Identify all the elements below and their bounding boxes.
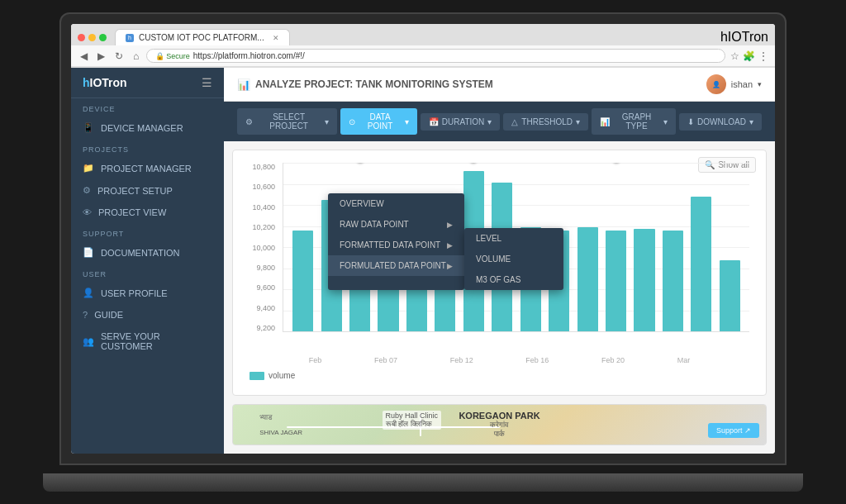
hamburger-icon[interactable]: ☰ xyxy=(202,76,212,89)
chart-container: OVERVIEW RAW DATA POINT ▶ FORMATTED DATA… xyxy=(232,150,767,396)
y-axis-labels: 10,80010,60010,40010,20010,0009,8009,600… xyxy=(241,163,278,332)
sidebar-item-device-manager[interactable]: 📱 DEVICE MANAGER xyxy=(71,116,224,139)
data-point-button[interactable]: ⊙ DATA POINT ▾ xyxy=(340,108,417,135)
dot-green[interactable] xyxy=(99,34,107,41)
data-point-arrow: ▾ xyxy=(405,117,409,126)
bar xyxy=(663,231,683,331)
duration-label: DURATION xyxy=(442,117,484,126)
duration-button[interactable]: 📅 DURATION ▾ xyxy=(421,113,500,131)
sidebar-device-manager-label: DEVICE MANAGER xyxy=(101,123,183,133)
download-label: DOWNLOAD xyxy=(697,117,746,126)
threshold-label: THRESHOLD xyxy=(521,117,573,126)
dropdown-item-formatted[interactable]: FORMATTED DATA POINT ▶ xyxy=(328,235,464,255)
support-label: Support xyxy=(716,426,743,435)
sidebar-item-project-view[interactable]: 👁 PROJECT VIEW xyxy=(71,202,224,223)
url-box[interactable]: 🔒 Secure https://platform.hiotron.com/#!… xyxy=(146,49,725,63)
support-button[interactable]: Support ↗ xyxy=(708,423,759,438)
graph-type-button[interactable]: 📊 GRAPH TYPE ▾ xyxy=(592,108,676,135)
map-area-label-left: भ्याड xyxy=(259,413,273,422)
graph-type-label: GRAPH TYPE xyxy=(613,112,660,131)
select-project-icon: ⚙ xyxy=(245,117,253,126)
bookmark-icon[interactable]: ☆ xyxy=(730,50,739,62)
select-project-label: SELECT PROJECT xyxy=(256,112,321,131)
bar xyxy=(634,229,654,331)
dropdown-item-overview[interactable]: OVERVIEW xyxy=(328,193,464,214)
sidebar-item-documentation[interactable]: 📄 DOCUMENTATION xyxy=(71,241,224,264)
sidebar-user-profile-label: USER PROFILE xyxy=(101,288,168,298)
bar-group[interactable] xyxy=(603,163,629,331)
submenu: LEVEL VOLUME M3 OF GAS xyxy=(464,228,563,290)
formatted-arrow: ▶ xyxy=(447,241,453,250)
bar xyxy=(606,231,626,331)
download-button[interactable]: ⬇ DOWNLOAD ▾ xyxy=(679,113,762,131)
date-label: Mar xyxy=(677,356,691,364)
chart-header-icon: 📊 xyxy=(237,78,250,91)
level-label: LEVEL xyxy=(476,234,501,243)
chart-legend: volume xyxy=(241,364,758,387)
sidebar-logo: hIOTron ☰ xyxy=(71,68,224,98)
sidebar-item-project-manager[interactable]: 📁 PROJECT MANAGER xyxy=(71,157,224,179)
dot-red[interactable] xyxy=(78,34,85,41)
y-label: 10,200 xyxy=(241,223,278,231)
user-info[interactable]: 👤 ishan ▾ xyxy=(706,74,762,94)
home-btn[interactable]: ⌂ xyxy=(131,50,141,63)
map-section: भ्याड KOREGAON PARK करेगांवपार्क Ruby Ha… xyxy=(232,404,767,445)
back-btn[interactable]: ◀ xyxy=(78,50,90,63)
tab-close-icon[interactable]: ✕ xyxy=(273,34,279,42)
download-icon: ⬇ xyxy=(687,117,694,126)
bar-group[interactable] xyxy=(574,163,600,331)
user-dropdown-icon: ▾ xyxy=(758,80,762,88)
toolbar: ⚙ SELECT PROJECT ▾ ⊙ DATA POINT ▾ 📅 DURA… xyxy=(224,102,775,141)
shivaji-label: SHIVA JAGAR xyxy=(259,429,302,436)
laptop-shell: h CUSTOM IOT POC PLATFORM... ✕ hIOTron ◀… xyxy=(43,12,803,492)
duration-arrow: ▾ xyxy=(487,117,492,126)
select-project-button[interactable]: ⚙ SELECT PROJECT ▾ xyxy=(237,108,337,135)
y-label: 9,400 xyxy=(241,304,278,312)
legend-item-volume: volume xyxy=(250,371,295,380)
sidebar: hIOTron ☰ DEVICE 📱 DEVICE MANAGER PROJEC… xyxy=(71,68,224,454)
dropdown-item-raw-data[interactable]: RAW DATA POINT ▶ xyxy=(328,214,464,235)
extensions-icon[interactable]: 🧩 xyxy=(743,50,755,62)
page-title-label: ANALYZE PROJECT: TANK MONITORING SYSTEM xyxy=(255,78,493,90)
bar xyxy=(720,260,740,331)
laptop-base xyxy=(43,473,803,492)
sidebar-item-serve-customer[interactable]: 👥 SERVE YOUR CUSTOMER xyxy=(71,326,224,357)
sidebar-serve-customer-label: SERVE YOUR CUSTOMER xyxy=(101,331,212,351)
forward-btn[interactable]: ▶ xyxy=(95,50,107,63)
map-location-label: KOREGAON PARK करेगांवपार्क xyxy=(459,411,539,439)
map-hindi-label: करेगांवपार्क xyxy=(459,421,539,439)
bar-group[interactable]: 22:03 xyxy=(290,163,316,331)
reload-btn[interactable]: ↻ xyxy=(112,50,126,63)
bar-group[interactable] xyxy=(688,163,714,331)
dot-yellow[interactable] xyxy=(88,34,96,41)
submenu-item-m3gas[interactable]: M3 OF GAS xyxy=(464,269,563,290)
menu-icon[interactable]: ⋮ xyxy=(758,50,768,62)
download-arrow: ▾ xyxy=(749,117,753,126)
threshold-button[interactable]: △ THRESHOLD ▾ xyxy=(503,113,588,131)
dropdown-item-formulated[interactable]: FORMULATED DATA POINT ▶ xyxy=(328,255,464,276)
bar-group[interactable] xyxy=(660,163,686,331)
koregaon-label: KOREGAON PARK xyxy=(459,411,539,421)
guide-icon: ? xyxy=(83,310,88,320)
submenu-item-level[interactable]: LEVEL xyxy=(464,228,563,249)
date-label: Feb 20 xyxy=(601,356,625,364)
raw-data-label: RAW DATA POINT xyxy=(340,220,409,229)
sidebar-item-guide[interactable]: ? GUIDE xyxy=(71,304,224,326)
laptop-screen: h CUSTOM IOT POC PLATFORM... ✕ hIOTron ◀… xyxy=(71,24,775,454)
select-project-arrow: ▾ xyxy=(325,117,329,126)
submenu-item-volume[interactable]: VOLUME xyxy=(464,249,563,269)
top-header: 📊 ANALYZE PROJECT: TANK MONITORING SYSTE… xyxy=(224,68,775,102)
browser-actions: ☆ 🧩 ⋮ xyxy=(730,50,768,62)
sidebar-item-user-profile[interactable]: 👤 USER PROFILE xyxy=(71,282,224,304)
volume-label: VOLUME xyxy=(476,254,511,264)
sidebar-project-setup-label: PROJECT SETUP xyxy=(97,186,173,196)
secure-badge: 🔒 Secure xyxy=(155,52,190,60)
raw-data-arrow: ▶ xyxy=(447,221,453,229)
formatted-label: FORMATTED DATA POINT xyxy=(340,240,440,250)
browser-tab[interactable]: h CUSTOM IOT POC PLATFORM... ✕ xyxy=(115,29,290,45)
bar-group[interactable]: 23:32 xyxy=(631,163,657,331)
laptop-body: h CUSTOM IOT POC PLATFORM... ✕ hIOTron ◀… xyxy=(59,12,787,465)
tab-favicon: h xyxy=(126,34,134,42)
bar-group[interactable] xyxy=(717,163,743,331)
sidebar-item-project-setup[interactable]: ⚙ PROJECT SETUP xyxy=(71,179,224,202)
